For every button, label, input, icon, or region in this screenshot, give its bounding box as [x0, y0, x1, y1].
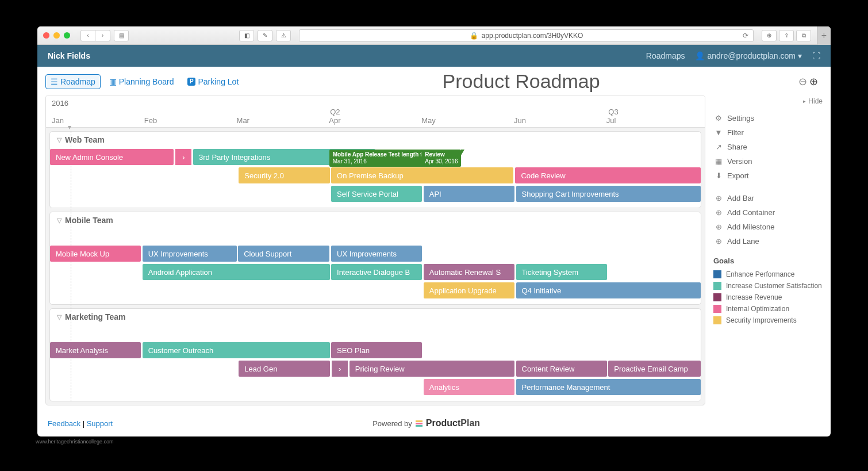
roadmap-bar[interactable]: UX Improvements [143, 246, 237, 262]
support-link[interactable]: Support [87, 419, 113, 428]
account-email: andre@productplan.com [707, 51, 796, 60]
side-export[interactable]: ⬇Export [713, 169, 823, 183]
plus-circle-icon: ⊕ [715, 237, 723, 246]
zoom-controls[interactable]: ⊖⊕ [798, 75, 818, 88]
caret-down-icon: ▾ [798, 51, 802, 60]
side-label: Filter [727, 128, 744, 137]
lane-row: AnalyticsPerformance Management [50, 379, 701, 396]
nav-account[interactable]: 👤 andre@productplan.com ▾ [695, 51, 802, 60]
roadmap-bar[interactable]: Proactive Email Camp [608, 361, 701, 377]
roadmap-bar[interactable]: Automatic Renewal S [424, 264, 514, 280]
goal-item[interactable]: Increase Customer Satisfaction [713, 280, 823, 292]
nav-back-forward[interactable]: ‹› [80, 30, 110, 41]
goal-item[interactable]: Increase Revenue [713, 292, 823, 303]
goal-item[interactable]: Security Improvements [713, 315, 823, 326]
wand-icon[interactable]: ✎ [258, 30, 272, 41]
side-label: Share [727, 143, 747, 151]
warning-icon[interactable]: ⚠ [276, 30, 291, 41]
lane-row: Market AnalysisCustomer OutreachSEO Plan [50, 342, 701, 359]
new-tab-button[interactable]: + [817, 26, 831, 45]
footer: Feedback | Support Powered by ProductPla… [37, 413, 831, 436]
tab-parking-lot[interactable]: PParking Lot [182, 74, 244, 89]
zoom-out-icon[interactable]: ⊖ [798, 75, 807, 88]
tabs-icon[interactable]: ⧉ [796, 30, 811, 41]
filter-icon: ▼ [715, 128, 723, 137]
goal-item[interactable]: Enhance Performance [713, 269, 823, 280]
roadmap-bar[interactable]: Market Analysis [50, 342, 141, 358]
brand-part2: Plan [460, 418, 480, 428]
goal-label: Enhance Performance [726, 270, 794, 278]
goal-item[interactable]: Internal Optimization [713, 303, 823, 315]
tab-planning-board[interactable]: ▥Planning Board [104, 74, 179, 89]
month-label: Feb [144, 116, 237, 125]
side-version[interactable]: ▦Version [713, 154, 823, 169]
goal-swatch [713, 316, 721, 324]
roadmap-bar[interactable]: Content Review [516, 361, 607, 377]
milestone-marker[interactable]: ReviewApr 30, 2016 [421, 150, 461, 167]
side-add-lane[interactable]: ⊕Add Lane [713, 234, 823, 248]
download-icon[interactable]: ⊕ [762, 30, 777, 41]
plus-circle-icon: ⊕ [715, 223, 723, 231]
roadmap-bar[interactable]: Performance Management [516, 379, 701, 395]
roadmap-bar[interactable]: Android Application [143, 264, 330, 280]
lane-title: Marketing Team [65, 312, 126, 321]
roadmap-bar[interactable]: On Premise Backup [331, 167, 513, 183]
roadmap-bar[interactable]: Cloud Support [238, 246, 329, 262]
expand-bar-icon[interactable]: › [332, 361, 348, 377]
goal-label: Internal Optimization [726, 305, 789, 313]
side-share[interactable]: ↗Share [713, 140, 823, 154]
hide-sidebar[interactable]: Hide [713, 95, 823, 108]
side-filter[interactable]: ▼Filter [713, 125, 823, 140]
lane-header[interactable]: ▽Web Team [50, 132, 701, 148]
lane-header[interactable]: ▽Mobile Team [50, 212, 701, 228]
roadmap-bar[interactable]: Analytics [424, 379, 514, 395]
roadmap-bar[interactable]: Customer Outreach [143, 342, 330, 358]
roadmap-bar[interactable]: Code Review [515, 167, 701, 183]
month-label: Jan [52, 116, 144, 125]
roadmap-bar[interactable]: Interactive Dialogue B [331, 264, 422, 280]
zoom-in-icon[interactable]: ⊕ [809, 75, 818, 88]
settings-icon: ⚙ [715, 114, 723, 122]
roadmap-bar[interactable]: Application Upgrade [424, 282, 514, 298]
nav-roadmaps[interactable]: Roadmaps [646, 51, 685, 60]
side-add-container[interactable]: ⊕Add Container [713, 205, 823, 220]
roadmap-bar[interactable]: Mobile Mock Up [50, 246, 141, 262]
roadmap-bar[interactable]: UX Improvements [331, 246, 422, 262]
powered-by: Powered by ProductPlan [113, 418, 740, 428]
side-add-milestone[interactable]: ⊕Add Milestone [713, 220, 823, 234]
traffic-lights[interactable] [43, 32, 70, 39]
roadmap-bar[interactable]: API [424, 186, 514, 202]
lane: ▽Web TeamNew Admin Console›3rd Party Int… [49, 131, 701, 208]
roadmap-bar[interactable]: Self Service Portal [331, 186, 422, 202]
roadmap-bar[interactable]: Ticketing System [516, 264, 607, 280]
roadmap-bar[interactable]: Shopping Cart Improvements [516, 186, 701, 202]
roadmap-bar[interactable]: Pricing Review [349, 361, 515, 377]
powered-label: Powered by [372, 419, 412, 428]
side-add-bar[interactable]: ⊕Add Bar [713, 191, 823, 205]
share-icon[interactable]: ⇪ [779, 30, 794, 41]
export-icon: ⬇ [715, 171, 723, 180]
plus-circle-icon: ⊕ [715, 194, 723, 202]
roadmap-bar[interactable]: Security 2.0 [239, 167, 329, 183]
side-label: Add Lane [727, 237, 759, 246]
expand-bar-icon[interactable]: › [175, 149, 191, 165]
feedback-link[interactable]: Feedback [48, 419, 80, 428]
sidebar-toggle-icon[interactable]: ▤ [114, 30, 129, 41]
lane-title: Mobile Team [65, 216, 113, 225]
side-label: Version [727, 157, 752, 166]
roadmap-bar[interactable]: SEO Plan [331, 342, 422, 358]
tab-roadmap[interactable]: ☰Roadmap [45, 74, 101, 89]
board-icon: ▥ [109, 77, 117, 86]
toolbar-icon[interactable]: ◧ [239, 30, 254, 41]
fullscreen-icon[interactable]: ⛶ [812, 51, 820, 60]
version-icon: ▦ [715, 157, 723, 166]
url-bar[interactable]: 🔒 app.productplan.com/3H0yVKKO ⟳ [299, 29, 754, 42]
milestone-marker[interactable]: Mobile App Release Test length f...Mar 3… [329, 150, 431, 167]
roadmap-icon: ☰ [51, 77, 58, 86]
roadmap-bar[interactable]: New Admin Console [50, 149, 174, 165]
lane-header[interactable]: ▽Marketing Team [50, 309, 701, 325]
roadmap-bar[interactable]: Q4 Initiative [516, 282, 701, 298]
side-settings[interactable]: ⚙Settings [713, 111, 823, 125]
reload-icon[interactable]: ⟳ [743, 32, 748, 40]
roadmap-bar[interactable]: Lead Gen [239, 361, 329, 377]
